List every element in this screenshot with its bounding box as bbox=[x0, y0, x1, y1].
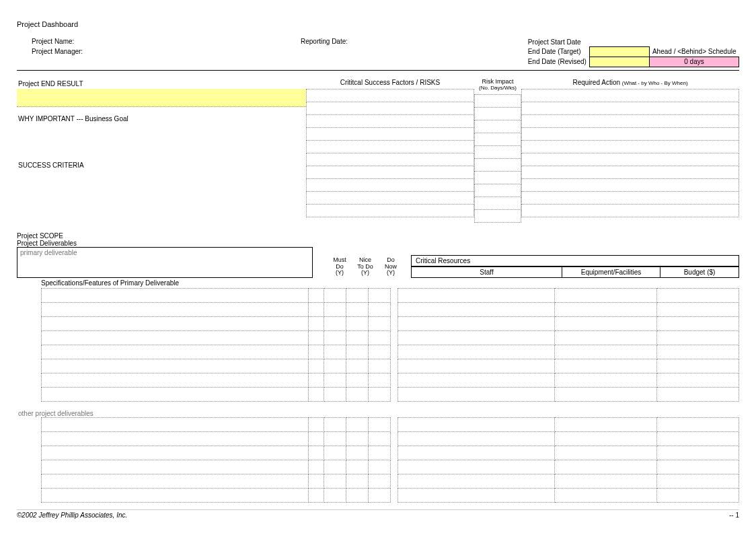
copyright: ©2002 Jeffrey Phillip Associates, Inc. bbox=[17, 511, 127, 519]
resources-table[interactable] bbox=[398, 288, 739, 402]
separator bbox=[17, 70, 739, 71]
start-date-label: Project Start Date bbox=[525, 38, 590, 46]
reporting-date-label: Reporting Date: bbox=[301, 38, 449, 45]
dates-table: Project Start Date End Date (Target) Ahe… bbox=[525, 38, 739, 67]
project-manager-label: Project Manager: bbox=[32, 48, 301, 55]
end-result-input[interactable] bbox=[17, 89, 306, 107]
end-date-revised-cell[interactable] bbox=[589, 57, 649, 67]
csf-header: Crititcal Success Factors / RISKS bbox=[306, 79, 474, 89]
primary-deliverable-box[interactable]: primary deliverable bbox=[17, 247, 313, 278]
schedule-label: Ahead / <Behind> Schedule bbox=[649, 46, 739, 57]
deliverables-label: Project Deliverables bbox=[17, 240, 739, 247]
spec-table[interactable] bbox=[41, 288, 391, 402]
other-deliverables-label: other project deliverables bbox=[17, 410, 739, 417]
end-date-revised-label: End Date (Revised) bbox=[525, 57, 590, 67]
equipment-header: Equipment/Facilities bbox=[562, 267, 660, 278]
schedule-value: 0 days bbox=[649, 57, 739, 67]
spec-label: Specifications/Features of Primary Deliv… bbox=[17, 278, 739, 288]
page-title: Project Dashboard bbox=[17, 20, 739, 28]
end-date-target-cell[interactable] bbox=[589, 46, 649, 57]
resources-subheader: Staff Equipment/Facilities Budget ($) bbox=[411, 266, 739, 278]
must-do-header: MustDo(Y) bbox=[328, 257, 352, 277]
why-important-label: WHY IMPORTANT --- Business Goal bbox=[17, 114, 306, 124]
staff-header: Staff bbox=[412, 267, 562, 278]
budget-header: Budget ($) bbox=[660, 267, 739, 278]
end-date-target-label: End Date (Target) bbox=[525, 46, 590, 57]
page-number: -- 1 bbox=[729, 511, 739, 519]
action-rows[interactable] bbox=[521, 89, 739, 217]
other-deliverables-table-left[interactable] bbox=[41, 417, 391, 503]
scope-label: Project SCOPE bbox=[17, 232, 739, 240]
success-criteria-label: SUCCESS CRITERIA bbox=[17, 160, 306, 170]
project-name-label: Project Name: bbox=[32, 38, 301, 45]
other-deliverables-table-right[interactable] bbox=[398, 417, 739, 503]
end-result-label: Project END RESULT bbox=[17, 79, 306, 89]
required-action-header: Required Action (What - by Who - By When… bbox=[521, 79, 739, 89]
critical-resources-header: Critical Resources bbox=[411, 255, 739, 266]
risk-rows[interactable] bbox=[474, 94, 521, 223]
do-now-header: DoNow(Y) bbox=[379, 257, 403, 277]
mdo-headers: MustDo(Y) NiceTo Do(Y) DoNow(Y) bbox=[326, 256, 404, 279]
nice-to-do-header: NiceTo Do(Y) bbox=[353, 257, 377, 277]
risk-impact-header: Risk Impact (No. Days/Wks) bbox=[474, 79, 521, 95]
csf-rows[interactable] bbox=[306, 89, 474, 217]
